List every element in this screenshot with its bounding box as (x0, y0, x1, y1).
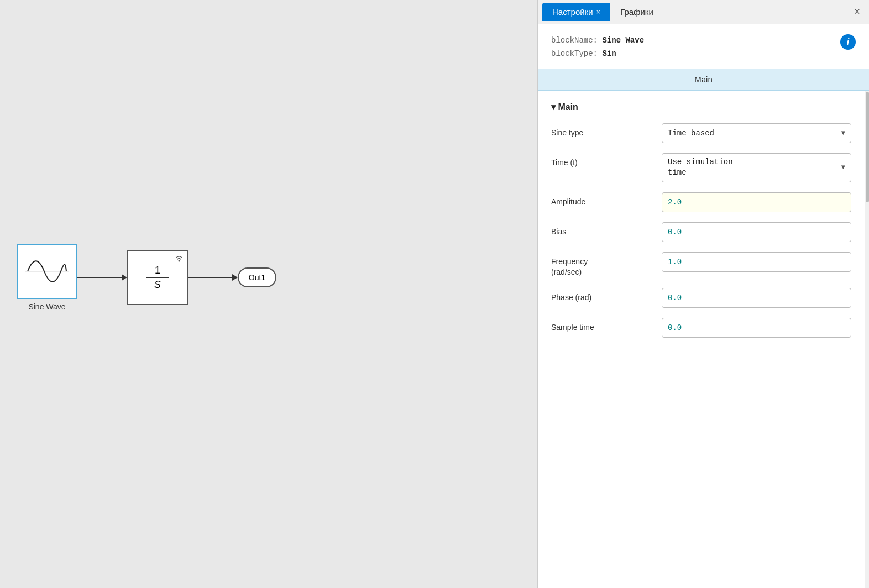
amplitude-control (662, 192, 851, 212)
line-segment-2 (188, 277, 232, 278)
out1-label: Out1 (249, 273, 265, 282)
sine-wave-block[interactable] (17, 244, 77, 299)
integrator-numerator: 1 (155, 265, 160, 276)
wifi-icon (174, 253, 185, 264)
amplitude-input[interactable] (662, 192, 851, 212)
scrollbar-track[interactable] (865, 91, 869, 588)
frequency-input[interactable] (662, 252, 851, 272)
bias-input[interactable] (662, 222, 851, 242)
property-row-bias: Bias (551, 222, 851, 242)
time-t-value: Use simulationtime (668, 157, 733, 179)
right-panel: Настройки × Графики × blockName: Sine Wa… (537, 0, 869, 588)
block-name-row: blockName: Sine Wave (551, 34, 644, 48)
scrollbar-thumb[interactable] (866, 92, 869, 202)
diagram-container: Sine Wave 1 S (17, 244, 276, 311)
property-row-amplitude: Amplitude (551, 192, 851, 212)
panel-content: ▾ Main Sine type Time based ▼ Time (t) (538, 91, 865, 588)
out1-block[interactable]: Out1 (238, 267, 276, 287)
panel-inner: ▾ Main Sine type Time based ▼ Time (t) (538, 91, 869, 588)
property-row-sine-type: Sine type Time based ▼ (551, 123, 851, 143)
bias-control (662, 222, 851, 242)
phase-control (662, 288, 851, 308)
property-row-frequency: Frequency(rad/sec) (551, 252, 851, 278)
frequency-label: Frequency(rad/sec) (551, 252, 662, 278)
sine-type-dropdown[interactable]: Time based ▼ (662, 123, 851, 143)
canvas-area: Sine Wave 1 S (0, 0, 537, 588)
sample-time-input[interactable] (662, 318, 851, 338)
property-row-time-t: Time (t) Use simulationtime ▼ (551, 153, 851, 182)
section-header: Main (538, 69, 869, 91)
arrow-integrator-to-out1 (188, 274, 238, 281)
integrator-denominator: S (154, 279, 161, 291)
block-info-text: blockName: Sine Wave blockType: Sin (551, 34, 644, 61)
tab-nastrojki-close[interactable]: × (596, 8, 601, 16)
arrow-sine-to-integrator (77, 274, 127, 281)
tab-nastrojki[interactable]: Настройки × (542, 3, 610, 21)
block-info: blockName: Sine Wave blockType: Sin i (538, 24, 869, 69)
block-name-label: blockName: (551, 36, 598, 45)
block-type-row: blockType: Sin (551, 48, 644, 61)
sine-wave-label: Sine Wave (28, 302, 65, 311)
block-type-value: Sin (602, 49, 616, 58)
main-section-title-text: ▾ Main (551, 102, 578, 112)
time-t-arrow-icon: ▼ (841, 164, 845, 171)
frequency-control (662, 252, 851, 272)
tab-nastrojki-label: Настройки (552, 7, 593, 17)
block-type-label: blockType: (551, 49, 598, 58)
bias-label: Bias (551, 222, 662, 238)
sine-wave-icon (25, 255, 69, 288)
property-row-phase: Phase (rad) (551, 288, 851, 308)
block-name-value: Sine Wave (602, 36, 644, 45)
integrator-divider (146, 277, 169, 278)
main-section-title: ▾ Main (551, 102, 851, 112)
tab-grafiki-label: Графики (620, 7, 653, 17)
phase-input[interactable] (662, 288, 851, 308)
phase-label: Phase (rad) (551, 288, 662, 303)
sample-time-label: Sample time (551, 318, 662, 333)
close-all-button[interactable]: × (850, 4, 865, 20)
sample-time-control (662, 318, 851, 338)
sine-type-control: Time based ▼ (662, 123, 851, 143)
tab-grafiki[interactable]: Графики (610, 3, 663, 21)
property-row-sample-time: Sample time (551, 318, 851, 338)
properties-area: ▾ Main Sine type Time based ▼ Time (t) (538, 91, 865, 588)
arrowhead (122, 274, 127, 281)
tabs-bar: Настройки × Графики × (538, 0, 869, 24)
sine-type-label: Sine type (551, 123, 662, 139)
time-t-label: Time (t) (551, 153, 662, 169)
sine-type-value: Time based (668, 129, 714, 138)
svg-point-1 (179, 260, 180, 262)
info-icon[interactable]: i (840, 34, 856, 50)
time-t-dropdown[interactable]: Use simulationtime ▼ (662, 153, 851, 182)
arrowhead-2 (232, 274, 238, 281)
amplitude-label: Amplitude (551, 192, 662, 208)
line-segment (77, 277, 122, 278)
sine-wave-block-wrapper: Sine Wave (17, 244, 77, 311)
sine-type-arrow-icon: ▼ (841, 129, 845, 137)
integrator-block[interactable]: 1 S (127, 250, 188, 305)
time-t-control: Use simulationtime ▼ (662, 153, 851, 182)
